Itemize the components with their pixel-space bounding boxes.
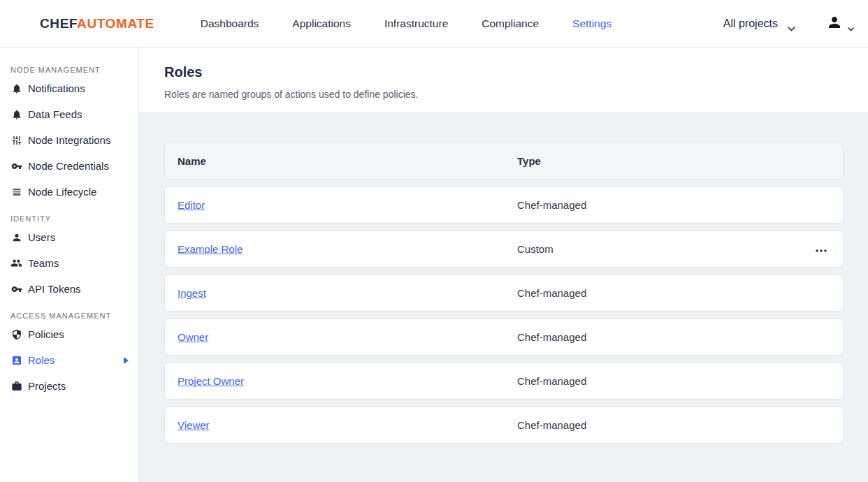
role-link-editor[interactable]: Editor	[178, 199, 205, 211]
sidebar-item-label: Users	[28, 231, 55, 243]
nav-settings[interactable]: Settings	[572, 17, 612, 30]
role-type: Chef-managed	[517, 199, 586, 211]
bell-icon	[10, 108, 22, 120]
content-panel: Name Type Editor Chef-managed Example Ro…	[139, 112, 868, 482]
page-description: Roles are named groups of actions used t…	[164, 89, 868, 100]
topbar-right-controls: All projects	[723, 0, 855, 48]
sliders-icon	[10, 134, 22, 146]
chevron-down-icon	[848, 22, 855, 27]
sidebar-item-label: Node Lifecycle	[28, 186, 96, 198]
sidebar-item-api-tokens[interactable]: API Tokens	[0, 276, 138, 302]
page-title: Roles	[164, 64, 868, 80]
logo-chef-text: CHEF	[40, 16, 77, 31]
project-selector-dropdown[interactable]: All projects	[723, 17, 795, 30]
sidebar-item-label: Data Feeds	[28, 108, 82, 120]
key-icon	[10, 160, 22, 172]
ellipsis-icon	[816, 244, 827, 254]
column-header-name: Name	[165, 155, 206, 167]
table-row: Ingest Chef-managed	[164, 275, 844, 312]
person-icon	[826, 14, 843, 34]
more-options-button[interactable]	[811, 240, 831, 259]
sidebar-item-projects[interactable]: Projects	[0, 373, 138, 399]
table-row: Viewer Chef-managed	[164, 407, 844, 444]
main-content: Roles Roles are named groups of actions …	[139, 48, 868, 482]
role-link-ingest[interactable]: Ingest	[178, 287, 206, 299]
nav-infrastructure[interactable]: Infrastructure	[384, 17, 448, 30]
sidebar-item-label: Policies	[28, 328, 64, 340]
sidebar-item-label: Notifications	[28, 82, 85, 94]
bell-icon	[10, 82, 22, 94]
sidebar-item-label: Roles	[28, 354, 55, 366]
sidebar-section-node-management: NODE MANAGEMENT	[10, 66, 138, 74]
role-type: Chef-managed	[517, 419, 586, 431]
table-header-row: Name Type	[164, 143, 844, 180]
top-navigation-bar: CHEFAUTOMATE Dashboards Applications Inf…	[0, 0, 868, 48]
sidebar-item-policies[interactable]: Policies	[0, 321, 138, 347]
logo-automate-text: AUTOMATE	[77, 16, 154, 31]
badge-icon	[10, 354, 22, 366]
list-icon	[10, 186, 22, 198]
active-item-arrow-icon	[124, 357, 129, 364]
main-nav: Dashboards Applications Infrastructure C…	[201, 17, 612, 30]
sidebar-item-label: API Tokens	[28, 283, 81, 295]
page-header: Roles Roles are named groups of actions …	[139, 48, 868, 112]
role-link-viewer[interactable]: Viewer	[178, 419, 210, 431]
sidebar-item-label: Teams	[28, 257, 59, 269]
chef-automate-logo[interactable]: CHEFAUTOMATE	[40, 16, 154, 31]
key-icon	[10, 283, 22, 295]
sidebar-item-notifications[interactable]: Notifications	[0, 75, 138, 101]
nav-applications[interactable]: Applications	[292, 17, 351, 30]
sidebar-section-access-management: ACCESS MANAGEMENT	[10, 312, 138, 320]
role-type: Chef-managed	[517, 287, 586, 299]
sidebar-item-node-integrations[interactable]: Node Integrations	[0, 127, 138, 153]
role-type: Chef-managed	[517, 375, 586, 387]
sidebar-section-identity: IDENTITY	[10, 214, 138, 223]
chevron-down-icon	[788, 22, 795, 27]
roles-table: Name Type Editor Chef-managed Example Ro…	[164, 143, 844, 444]
sidebar-item-label: Node Integrations	[28, 134, 110, 146]
person-icon	[10, 231, 22, 243]
sidebar-item-teams[interactable]: Teams	[0, 250, 138, 276]
sidebar-item-users[interactable]: Users	[0, 224, 138, 250]
role-link-owner[interactable]: Owner	[178, 331, 208, 343]
sidebar-item-roles[interactable]: Roles	[0, 347, 138, 373]
role-type: Custom	[517, 243, 554, 255]
column-header-type: Type	[517, 155, 541, 167]
project-selector-label: All projects	[723, 17, 778, 30]
table-row: Editor Chef-managed	[164, 187, 844, 224]
sidebar-item-label: Projects	[28, 380, 66, 392]
nav-compliance[interactable]: Compliance	[482, 17, 539, 30]
sidebar-item-node-lifecycle[interactable]: Node Lifecycle	[0, 179, 138, 205]
user-menu-dropdown[interactable]	[826, 14, 855, 34]
table-row: Owner Chef-managed	[164, 319, 844, 356]
role-link-project-owner[interactable]: Project Owner	[178, 375, 244, 387]
sidebar-item-label: Node Credentials	[28, 160, 109, 172]
sidebar-item-node-credentials[interactable]: Node Credentials	[0, 153, 138, 179]
nav-dashboards[interactable]: Dashboards	[201, 17, 259, 30]
shield-icon	[10, 328, 22, 340]
sidebar-item-data-feeds[interactable]: Data Feeds	[0, 101, 138, 127]
briefcase-icon	[10, 380, 22, 392]
role-link-example-role[interactable]: Example Role	[178, 243, 243, 255]
group-icon	[10, 257, 22, 269]
role-type: Chef-managed	[517, 331, 586, 343]
table-row: Project Owner Chef-managed	[164, 363, 844, 400]
table-row: Example Role Custom	[164, 231, 844, 268]
settings-sidebar: NODE MANAGEMENT Notifications Data Feeds…	[0, 48, 139, 482]
